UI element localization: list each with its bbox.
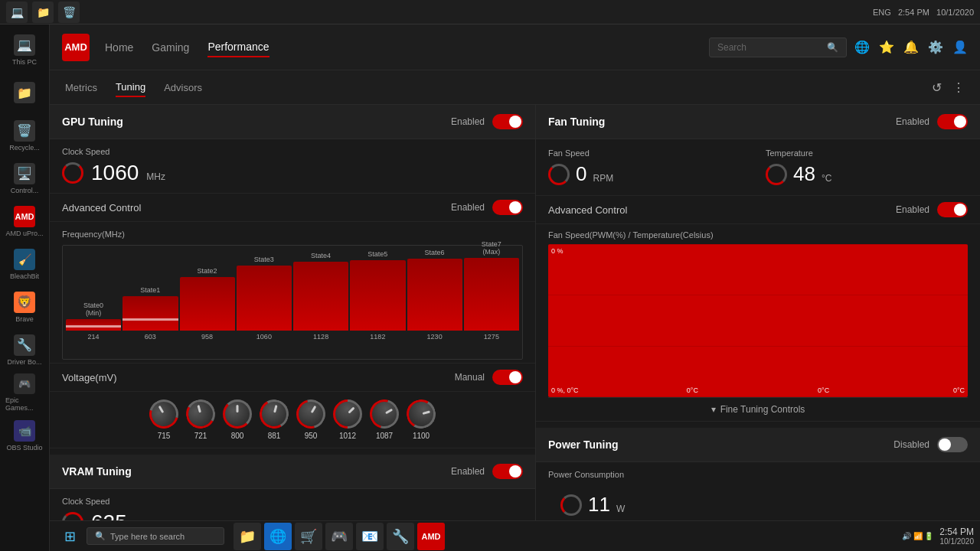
voltage-knob-2[interactable] [223,399,252,429]
taskbar-app-store[interactable]: 🛒 [295,523,322,550]
bar-col-7[interactable]: State7 (Max)1275 [464,240,519,341]
voltage-knob-7[interactable] [403,396,439,432]
power-tuning-header: Power Tuning Disabled [536,428,980,462]
sidebar-this-pc[interactable]: 💻 This PC [5,31,44,69]
fine-tuning-button[interactable]: ▾ Fine Tuning Controls [548,397,968,421]
epic-icon: 🎮 [14,373,35,394]
bar-col-0[interactable]: State0 (Min)214 [66,302,121,341]
taskbar-app-email[interactable]: 📧 [356,523,384,550]
folder-icon[interactable]: 📁 [32,2,54,23]
driver-icon: 🔧 [14,334,35,356]
win-start-button[interactable]: ⊞ [56,523,83,550]
vram-clock-value: 625 [91,510,127,520]
star-icon[interactable]: ⭐ [879,40,894,54]
voltage-knob-4[interactable] [291,394,331,434]
grid-line-4 [548,396,968,397]
bar-6[interactable] [407,259,462,331]
amd-sidebar-label: AMD uPro... [5,230,43,237]
bar-2[interactable] [180,277,235,331]
fan-enabled-label: Enabled [896,116,929,127]
sidebar-recycle[interactable]: 🗑️ Recycle... [5,116,44,155]
bleachbit-icon: 🧹 [14,249,35,270]
taskbar-app-tool[interactable]: 🔧 [387,523,414,550]
sidebar-brave[interactable]: 🦁 Brave [5,288,44,326]
sidebar-folder[interactable]: 📁 [5,73,44,112]
bar-col-3[interactable]: State31060 [237,256,292,341]
bar-4[interactable] [293,262,348,331]
voltage-knob-5[interactable] [327,393,368,435]
taskbar-app-file-explorer[interactable]: 📁 [234,523,261,550]
bar-val-1: 603 [145,333,156,341]
sub-nav-advisors[interactable]: Advisors [164,79,202,96]
refresh-icon[interactable]: ↺ [932,80,942,95]
brave-label: Brave [15,315,34,323]
bar-col-1[interactable]: State1603 [122,286,178,341]
sidebar-obs[interactable]: 📹 OBS Studio [5,416,44,455]
fan-chart-section: Fan Speed(PWM(%) / Temperature(Celsius) … [536,224,980,422]
fan-advanced-toggle[interactable] [937,202,968,217]
bar-1[interactable] [122,296,178,331]
fan-chart: 0 % 0 %, 0°C 0°C 0°C 0°C [548,244,968,397]
nav-gaming[interactable]: Gaming [152,38,189,57]
sidebar-epic[interactable]: 🎮 Epic Games... [5,373,44,412]
bell-icon[interactable]: 🔔 [903,40,919,54]
fan-tuning-toggle[interactable] [937,114,968,129]
nav-performance[interactable]: Performance [207,37,269,57]
voltage-knob-6[interactable] [364,394,404,434]
bar-col-5[interactable]: State51182 [350,250,405,341]
gpu-advanced-control-row: Advanced Control Enabled [50,194,535,222]
knob-col-5: 1012 [333,399,362,440]
knob-col-3: 881 [260,399,289,440]
vram-clock-row: 625 MHz [62,510,523,520]
taskbar-app-browser[interactable]: 🌐 [264,523,292,550]
search-icon[interactable]: 🔍 [827,42,838,53]
sub-nav-right: ↺ ⋮ [932,80,965,95]
sidebar-control[interactable]: 🖥️ Control... [5,159,44,197]
search-box[interactable]: Search 🔍 [709,37,847,57]
bar-0[interactable] [66,319,121,331]
sidebar-driver[interactable]: 🔧 Driver Bo... [5,331,44,369]
gpu-advanced-toggle[interactable] [492,200,523,215]
taskbar-app-game[interactable]: 🎮 [325,523,353,550]
power-tuning-toggle[interactable] [937,437,968,452]
bar-state-label-0: State0 (Min) [83,302,103,317]
voltage-toggle[interactable] [492,370,523,385]
bar-7[interactable] [464,258,519,331]
obs-icon: 📹 [14,420,35,442]
gpu-tuning-title: GPU Tuning [62,116,123,128]
power-consumption-label: Power Consumption [548,470,968,479]
bar-val-7: 1275 [484,333,499,341]
gpu-tuning-right: Enabled [451,114,523,129]
globe-icon[interactable]: 🌐 [854,40,870,54]
vram-tuning-header: VRAM Tuning Enabled [50,455,535,489]
nav-home[interactable]: Home [105,38,133,57]
vram-tuning-toggle[interactable] [492,464,523,479]
user-icon[interactable]: 👤 [952,40,968,54]
bar-col-4[interactable]: State41128 [293,252,348,341]
sidebar-amd[interactable]: AMD AMD uPro... [5,202,44,240]
power-unit: W [616,504,625,514]
gpu-tuning-toggle[interactable] [492,114,523,129]
bar-col-6[interactable]: State61230 [407,249,462,341]
gpu-enabled-label: Enabled [451,116,485,127]
voltage-knob-3[interactable] [256,396,292,432]
bar-state-label-4: State4 [311,252,331,259]
sidebar-bleachbit[interactable]: 🧹 BleachBit [5,245,44,283]
recycle-icon[interactable]: 🗑️ [58,2,80,23]
win-taskbar: ⊞ 🔍 Type here to search 📁 🌐 🛒 🎮 📧 🔧 AMD … [50,520,980,551]
bar-3[interactable] [237,266,292,331]
taskbar-app-amd[interactable]: AMD [417,523,445,550]
desktop-icon[interactable]: 💻 [6,2,28,23]
win-taskbar-apps: 📁 🌐 🛒 🎮 📧 🔧 AMD [234,523,445,550]
voltage-knob-0[interactable] [144,394,184,434]
sub-nav-metrics[interactable]: Metrics [65,79,97,96]
more-icon[interactable]: ⋮ [952,80,965,95]
voltage-knob-1[interactable] [183,396,219,432]
bar-5[interactable] [350,260,405,331]
bar-val-2: 958 [201,333,213,341]
win-search-box[interactable]: 🔍 Type here to search [87,527,224,545]
bar-state-label-7: State7 (Max) [482,240,501,256]
bar-col-2[interactable]: State2958 [180,267,235,341]
gear-icon[interactable]: ⚙️ [928,40,943,54]
sub-nav-tuning[interactable]: Tuning [116,78,145,97]
